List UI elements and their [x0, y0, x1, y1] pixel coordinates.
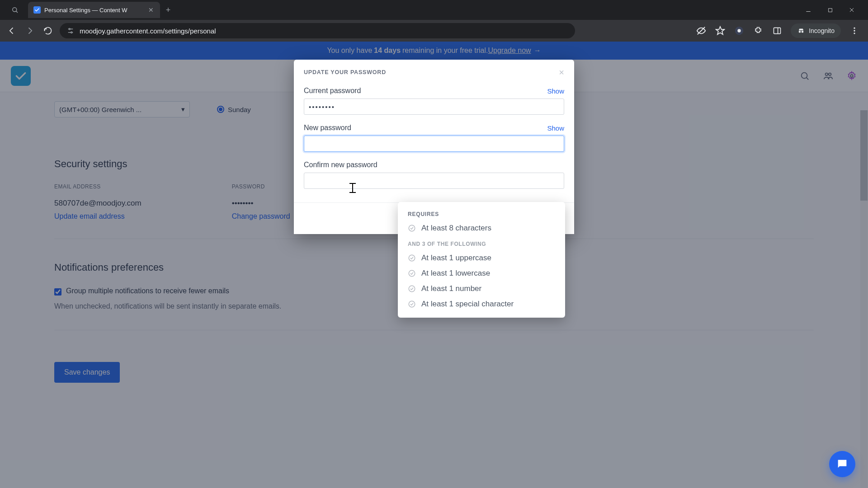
profile-icon[interactable]	[734, 25, 745, 36]
new-tab-button[interactable]: +	[162, 4, 175, 16]
requirement-item: At least 1 number	[421, 284, 481, 293]
requirement-primary: At least 8 characters	[421, 224, 491, 233]
browser-menu-icon[interactable]	[849, 25, 860, 36]
svg-point-29	[409, 286, 415, 292]
current-password-label: Current password	[304, 87, 361, 95]
svg-point-13	[738, 29, 741, 32]
svg-line-1	[16, 11, 18, 13]
tab-title: Personal Settings — Content W	[44, 7, 144, 14]
tab-bar: Personal Settings — Content W ✕ +	[0, 0, 868, 20]
svg-point-8	[69, 28, 70, 30]
eye-off-icon[interactable]	[696, 25, 707, 36]
svg-point-20	[854, 33, 855, 34]
new-password-input[interactable]	[304, 136, 564, 152]
check-circle-icon	[408, 224, 416, 232]
browser-chrome: Personal Settings — Content W ✕ +	[0, 0, 868, 42]
page-viewport: You only have 14 days remaining in your …	[0, 42, 868, 488]
svg-point-26	[409, 225, 415, 231]
svg-point-17	[802, 31, 804, 33]
window-controls	[803, 5, 864, 15]
check-circle-icon	[408, 254, 416, 262]
bookmark-star-icon[interactable]	[715, 25, 726, 36]
confirm-password-input[interactable]	[304, 173, 564, 189]
nav-back-icon[interactable]	[5, 24, 18, 37]
tab-search-icon[interactable]	[4, 2, 26, 18]
sidepanel-icon[interactable]	[772, 25, 783, 36]
current-password-input[interactable]	[304, 99, 564, 115]
modal-title: UPDATE YOUR PASSWORD	[304, 69, 386, 75]
tab-close-icon[interactable]: ✕	[147, 6, 155, 14]
url-text: moodjoy.gathercontent.com/settings/perso…	[80, 27, 216, 35]
new-password-label: New password	[304, 124, 351, 132]
site-settings-icon[interactable]	[66, 26, 75, 35]
check-circle-icon	[408, 269, 416, 277]
check-circle-icon	[408, 300, 416, 308]
url-box[interactable]: moodjoy.gathercontent.com/settings/perso…	[60, 23, 575, 38]
svg-point-0	[13, 8, 17, 12]
check-circle-icon	[408, 285, 416, 293]
window-maximize-icon[interactable]	[825, 5, 835, 15]
requirement-item: At least 1 special character	[421, 300, 514, 309]
address-bar: moodjoy.gathercontent.com/settings/perso…	[0, 20, 868, 42]
svg-rect-3	[828, 8, 832, 12]
svg-marker-11	[716, 27, 724, 34]
window-minimize-icon[interactable]	[803, 5, 814, 15]
modal-close-icon[interactable]: ×	[559, 68, 564, 77]
chat-fab[interactable]	[829, 451, 855, 477]
show-new-password-link[interactable]: Show	[547, 124, 564, 132]
requirements-heading: REQUIRES	[408, 211, 555, 217]
svg-point-9	[71, 32, 72, 33]
password-requirements-popover: REQUIRES At least 8 characters AND 3 OF …	[398, 202, 565, 318]
svg-point-27	[409, 255, 415, 261]
show-current-password-link[interactable]: Show	[547, 87, 564, 95]
window-close-icon[interactable]	[846, 5, 857, 15]
requirements-sub-heading: AND 3 OF THE FOLLOWING	[408, 241, 555, 247]
svg-point-28	[409, 270, 415, 277]
requirement-item: At least 1 lowercase	[421, 269, 490, 278]
tab-favicon-icon	[33, 6, 41, 14]
incognito-badge[interactable]: Incognito	[791, 23, 841, 38]
extensions-icon[interactable]	[753, 25, 764, 36]
svg-point-16	[799, 31, 801, 33]
svg-point-30	[409, 301, 415, 307]
requirement-item: At least 1 uppercase	[421, 253, 491, 263]
browser-tab[interactable]: Personal Settings — Content W ✕	[28, 2, 160, 18]
svg-rect-14	[774, 28, 781, 33]
incognito-label: Incognito	[809, 27, 835, 34]
confirm-password-label: Confirm new password	[304, 161, 377, 169]
svg-point-18	[854, 28, 855, 29]
nav-forward-icon	[24, 24, 36, 37]
nav-reload-icon[interactable]	[42, 24, 54, 37]
svg-point-19	[854, 30, 855, 31]
